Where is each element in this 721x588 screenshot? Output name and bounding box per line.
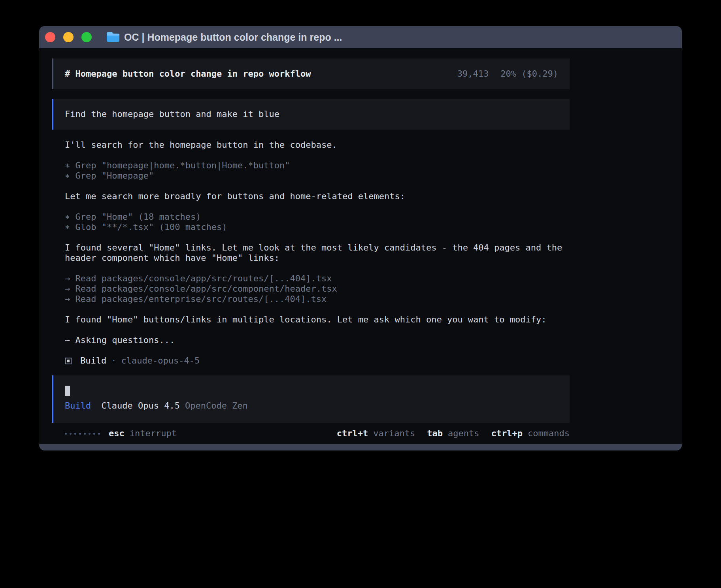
assistant-text: I found several "Home" links. Let me loo… — [65, 243, 570, 263]
agent-status: Build · claude-opus-4-5 — [65, 356, 570, 366]
input-mode[interactable]: Build — [65, 401, 91, 411]
zoom-button[interactable] — [81, 32, 92, 42]
shortcut-interrupt: esc interrupt — [109, 428, 177, 439]
agent-name: Build — [80, 356, 106, 366]
tool-calls-grep: ∗ Grep "homepage|home.*button|Home.*butt… — [65, 160, 570, 181]
spinner-dots-icon — [65, 433, 100, 435]
shortcut-agents: tab agents — [427, 428, 479, 439]
assistant-text: I found "Home" buttons/links in multiple… — [65, 315, 570, 325]
tool-calls-read: → Read packages/console/app/src/routes/[… — [65, 273, 570, 304]
agent-icon — [65, 358, 72, 364]
minimize-button[interactable] — [63, 32, 74, 42]
shortcut-variants: ctrl+t variants — [337, 428, 415, 439]
assistant-status-text: ~ Asking questions... — [65, 335, 570, 345]
shortcut-commands: ctrl+p commands — [491, 428, 570, 439]
token-count: 39,413 — [457, 69, 489, 79]
terminal-screen[interactable]: # Homepage button color change in repo w… — [39, 48, 682, 444]
assistant-text: I'll search for the homepage button in t… — [65, 140, 570, 150]
assistant-text: Let me search more broadly for buttons a… — [65, 191, 570, 202]
conversation-area: # Homepage button color change in repo w… — [52, 58, 570, 439]
session-stats: 39,413 20% ($0.29) — [457, 69, 558, 79]
input-meta: Build Claude Opus 4.5 OpenCode Zen — [65, 401, 558, 411]
status-bar-left: esc interrupt — [65, 428, 177, 439]
prompt-input[interactable]: Build Claude Opus 4.5 OpenCode Zen — [52, 375, 570, 423]
status-bar-right: ctrl+t variants tab agents ctrl+p comman… — [337, 428, 570, 439]
status-bar: esc interrupt ctrl+t variants tab agents… — [65, 428, 570, 439]
close-button[interactable] — [45, 32, 55, 42]
tool-calls-grep-glob: ∗ Grep "Home" (18 matches) ∗ Glob "**/*.… — [65, 212, 570, 232]
session-header: # Homepage button color change in repo w… — [52, 58, 570, 89]
traffic-lights — [45, 32, 92, 42]
terminal-window: OC | Homepage button color change in rep… — [39, 26, 682, 450]
user-message: Find the homepage button and make it blu… — [52, 99, 570, 130]
folder-icon — [106, 32, 119, 43]
agent-model: claude-opus-4-5 — [121, 356, 200, 366]
user-message-text: Find the homepage button and make it blu… — [65, 109, 558, 119]
input-provider: OpenCode Zen — [185, 401, 248, 411]
window-title: OC | Homepage button color change in rep… — [124, 32, 342, 43]
session-title: # Homepage button color change in repo w… — [65, 69, 311, 79]
text-cursor — [65, 386, 70, 396]
input-model[interactable]: Claude Opus 4.5 — [101, 401, 180, 411]
context-cost: 20% ($0.29) — [500, 69, 558, 79]
window-titlebar: OC | Homepage button color change in rep… — [39, 26, 682, 48]
agent-separator: · — [111, 356, 116, 366]
